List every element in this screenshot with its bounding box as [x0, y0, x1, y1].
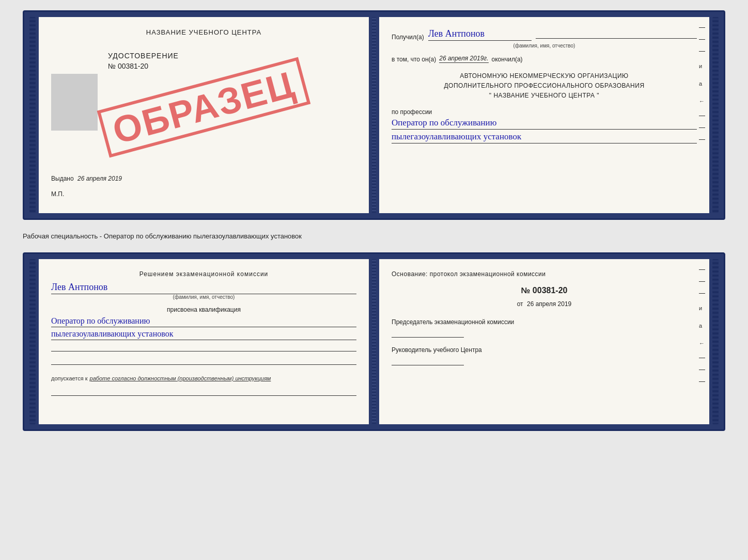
- vydano-label: Выдано: [51, 175, 74, 182]
- page-wrapper: НАЗВАНИЕ УЧЕБНОГО ЦЕНТРА ОБРАЗЕЦ УДОСТОВ…: [23, 10, 725, 431]
- po-professii-label: по профессии: [392, 108, 697, 116]
- dopuskaetsya-value: работе согласно должностным (производств…: [90, 375, 271, 381]
- blank-line-2: [51, 356, 356, 365]
- b-side-dash-2: [699, 281, 705, 282]
- vtom-line: в том, что он(а) 26 апреля 2019г. окончи…: [392, 55, 697, 63]
- org-block: АВТОНОМНУЮ НЕКОММЕРЧЕСКУЮ ОРГАНИЗАЦИЮ ДО…: [392, 71, 697, 101]
- b-a-label: а: [699, 323, 705, 329]
- vydano-line: Выдано 26 апреля 2019: [51, 175, 122, 182]
- side-dash-5: [699, 127, 705, 128]
- top-certificate-book: НАЗВАНИЕ УЧЕБНОГО ЦЕНТРА ОБРАЗЕЦ УДОСТОВ…: [23, 10, 725, 220]
- side-dash-3: [699, 51, 705, 52]
- b-side-dash-6: [699, 381, 705, 382]
- osnovanie-title: Основание: протокол экзаменационной коми…: [392, 270, 697, 278]
- bottom-spine-left: [29, 259, 36, 424]
- udostoverenie-label: УДОСТОВЕРЕНИЕ: [108, 52, 356, 60]
- vydano-date: 26 апреля 2019: [77, 175, 122, 182]
- bottom-spine-right: [712, 259, 719, 424]
- side-dash-2: [699, 39, 705, 40]
- org-line3: " НАЗВАНИЕ УЧЕБНОГО ЦЕНТРА ": [392, 91, 697, 101]
- b-side-dash-1: [699, 269, 705, 270]
- org-line1: АВТОНОМНУЮ НЕКОММЕРЧЕСКУЮ ОРГАНИЗАЦИЮ: [392, 71, 697, 81]
- predsedatel-signature-line: [392, 337, 464, 338]
- i-label: и: [699, 63, 705, 69]
- arrow-label: ←: [699, 98, 705, 104]
- side-dash-4: [699, 116, 705, 116]
- bottom-recipient-name: Лев Антпонов: [51, 282, 356, 294]
- org-line2: ДОПОЛНИТЕЛЬНОГО ПРОФЕССИОНАЛЬНОГО ОБРАЗО…: [392, 81, 697, 91]
- b-side-dash-3: [699, 293, 705, 294]
- book-spine-right: [712, 17, 719, 213]
- mp-line: М.П.: [51, 190, 64, 198]
- protocol-number: № 00381-20: [392, 286, 697, 295]
- side-dash-6: [699, 139, 705, 140]
- profession-line2: пылегазоулавливающих установок: [392, 132, 697, 143]
- bottom-profession-line2: пылегазоулавливающих установок: [51, 329, 356, 340]
- poluchil-label: Получил(а): [392, 34, 424, 41]
- separator-text: Рабочая специальность - Оператор по обсл…: [23, 229, 725, 243]
- dopuskaetsya-label: допускается к: [51, 375, 88, 381]
- left-page: НАЗВАНИЕ УЧЕБНОГО ЦЕНТРА ОБРАЗЕЦ УДОСТОВ…: [39, 17, 369, 213]
- dopuskaetsya-block: допускается к работе согласно должностны…: [51, 373, 356, 382]
- b-side-dash-4: [699, 358, 705, 358]
- blank-line-1: [51, 342, 356, 351]
- bottom-fio-label: (фамилия, имя, отчество): [51, 294, 356, 300]
- fio-label: (фамилия, имя, отчество): [392, 43, 697, 49]
- rukovoditel-label: Руководитель учебного Центра: [392, 346, 697, 355]
- resheniem-title: Решением экзаменационной комиссии: [51, 270, 356, 278]
- vtom-date: 26 апреля 2019г.: [439, 55, 488, 63]
- b-arrow-label: ←: [699, 340, 705, 346]
- ot-label: от: [517, 300, 523, 308]
- predsedatel-section: Председатель экзаменационной комиссии: [392, 318, 697, 338]
- recipient-name: Лев Антпонов: [428, 28, 532, 41]
- predsedatel-label: Председатель экзаменационной комиссии: [392, 318, 697, 327]
- profession-line1: Оператор по обслуживанию: [392, 118, 697, 130]
- rukovoditel-signature-line: [392, 365, 464, 365]
- okonchil-label: окончил(а): [492, 56, 523, 63]
- b-i-label: и: [699, 305, 705, 311]
- book-spine-left: [29, 17, 36, 213]
- a-label: а: [699, 81, 705, 87]
- rukovoditel-section: Руководитель учебного Центра: [392, 346, 697, 365]
- prisvoena-label: присвоена квалификация: [51, 306, 356, 313]
- certificate-number: № 00381-20: [108, 62, 356, 70]
- bottom-left-page: Решением экзаменационной комиссии Лев Ан…: [39, 259, 369, 424]
- bottom-profession-line1: Оператор по обслуживанию: [51, 316, 356, 327]
- ot-date-value: 26 апреля 2019: [527, 300, 571, 308]
- right-page: Получил(а) Лев Антпонов (фамилия, имя, о…: [379, 17, 709, 213]
- side-dashes: и а ←: [699, 27, 705, 140]
- vtom-label: в том, что он(а): [392, 56, 436, 63]
- bottom-side-dashes: и а ←: [699, 269, 705, 382]
- udostoverenie-block: УДОСТОВЕРЕНИЕ № 00381-20: [108, 52, 356, 70]
- bottom-certificate-book: Решением экзаменационной комиссии Лев Ан…: [23, 252, 725, 431]
- b-side-dash-5: [699, 370, 705, 370]
- poluchil-line: Получил(а) Лев Антпонов: [392, 28, 697, 41]
- photo-placeholder: [51, 74, 98, 131]
- name-dash-line: [536, 38, 697, 39]
- center-spine: [372, 17, 376, 213]
- bottom-center-spine: [372, 259, 376, 424]
- bottom-right-page: Основание: протокол экзаменационной коми…: [379, 259, 709, 424]
- side-dash-1: [699, 27, 705, 28]
- cert-title: НАЗВАНИЕ УЧЕБНОГО ЦЕНТРА: [51, 28, 356, 36]
- blank-line-3: [51, 387, 356, 396]
- ot-date: от 26 апреля 2019: [392, 300, 697, 308]
- obrazets-stamp: ОБРАЗЕЦ: [97, 57, 311, 157]
